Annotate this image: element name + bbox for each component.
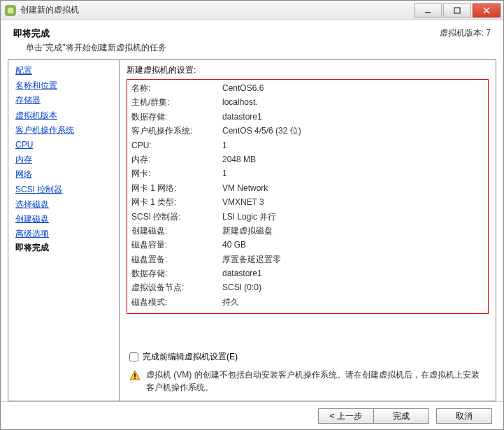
row-cpu: CPU:1 [131, 138, 484, 152]
row-guest-os: 客户机操作系统:CentOS 4/5/6 (32 位) [131, 124, 484, 138]
content-panel: 新建虚拟机的设置: 名称:CentOS6.6 主机/群集:localhost. … [120, 59, 496, 401]
sidebar-item-create-disk[interactable]: 创建磁盘 [15, 213, 112, 226]
label: SCSI 控制器: [131, 210, 222, 224]
svg-rect-7 [134, 373, 136, 377]
back-button[interactable]: < 上一步 [318, 408, 374, 424]
label: 内存: [131, 152, 222, 166]
label: 网卡 1 网络: [131, 181, 222, 195]
spacer [127, 318, 489, 343]
svg-rect-8 [134, 378, 136, 379]
value: LSI Logic 并行 [222, 210, 484, 224]
label: 数据存储: [131, 110, 222, 124]
row-name: 名称:CentOS6.6 [131, 81, 484, 95]
value: 40 GB [222, 238, 484, 252]
sidebar-item-memory[interactable]: 内存 [15, 153, 112, 166]
row-nic1-net: 网卡 1 网络:VM Network [131, 181, 484, 195]
sidebar-item-storage[interactable]: 存储器 [15, 94, 112, 107]
sidebar-item-ready: 即将完成 [15, 242, 112, 254]
finish-button[interactable]: 完成 [373, 408, 429, 424]
row-scsi: SCSI 控制器:LSI Logic 并行 [131, 210, 484, 224]
sidebar-item-name-location[interactable]: 名称和位置 [15, 79, 112, 92]
edit-before-finish-row: 完成前编辑虚拟机设置(E) [129, 351, 489, 363]
value: 2048 MB [222, 152, 484, 166]
value: SCSI (0:0) [222, 280, 484, 294]
row-vdev-node: 虚拟设备节点:SCSI (0:0) [131, 280, 484, 294]
window-title: 创建新的虚拟机 [20, 4, 414, 16]
value: VMXNET 3 [222, 195, 484, 209]
sidebar-item-scsi[interactable]: SCSI 控制器 [15, 183, 112, 196]
minimize-button[interactable] [414, 3, 442, 17]
maximize-button[interactable] [443, 3, 471, 17]
edit-before-finish-label: 完成前编辑虚拟机设置(E) [143, 351, 238, 363]
row-nic1-type: 网卡 1 类型:VMXNET 3 [131, 195, 484, 209]
titlebar: 创建新的虚拟机 [1, 1, 503, 20]
row-nic-count: 网卡:1 [131, 166, 484, 180]
sidebar-item-network[interactable]: 网络 [15, 168, 112, 181]
warning-note: 虚拟机 (VM) 的创建不包括自动安装客户机操作系统。请在创建虚拟机后，在虚拟机… [127, 368, 489, 396]
label: 磁盘模式: [131, 295, 222, 309]
row-datastore: 数据存储:datastore1 [131, 110, 484, 124]
row-memory: 内存:2048 MB [131, 152, 484, 166]
sidebar-item-vm-version[interactable]: 虚拟机版本 [15, 109, 112, 122]
value: datastore1 [222, 110, 484, 124]
value: CentOS6.6 [222, 81, 484, 95]
warning-icon [129, 370, 141, 381]
warning-text: 虚拟机 (VM) 的创建不包括自动安装客户机操作系统。请在创建虚拟机后，在虚拟机… [146, 368, 486, 394]
label: 名称: [131, 81, 222, 95]
svg-rect-3 [454, 8, 460, 13]
label: 客户机操作系统: [131, 124, 222, 138]
sidebar-item-guest-os[interactable]: 客户机操作系统 [15, 124, 112, 137]
main-body: 配置 名称和位置 存储器 虚拟机版本 客户机操作系统 CPU 内存 网络 SCS… [1, 59, 503, 401]
row-disk-datastore: 数据存储:datastore1 [131, 266, 484, 280]
footer: < 上一步 完成 取消 [1, 401, 503, 429]
label: CPU: [131, 138, 222, 152]
value: VM Network [222, 181, 484, 195]
footer-group: < 上一步 完成 [318, 408, 429, 424]
label: 磁盘置备: [131, 252, 222, 266]
page-subtitle: 单击"完成"将开始创建新虚拟机的任务 [13, 42, 440, 54]
row-host: 主机/群集:localhost. [131, 95, 484, 109]
value: 1 [222, 166, 484, 180]
row-create-disk: 创建磁盘:新建虚拟磁盘 [131, 224, 484, 238]
label: 创建磁盘: [131, 224, 222, 238]
wizard-sidebar: 配置 名称和位置 存储器 虚拟机版本 客户机操作系统 CPU 内存 网络 SCS… [8, 59, 120, 401]
vm-version-label: 虚拟机版本: 7 [440, 27, 491, 54]
cancel-button[interactable]: 取消 [436, 408, 492, 424]
dialog-window: 创建新的虚拟机 即将完成 单击"完成"将开始创建新虚拟机的任务 虚拟机版本: 7… [0, 0, 504, 430]
value: 1 [222, 138, 484, 152]
sidebar-item-config[interactable]: 配置 [15, 64, 112, 78]
label: 网卡 1 类型: [131, 195, 222, 209]
value: 新建虚拟磁盘 [222, 224, 484, 238]
sidebar-item-cpu[interactable]: CPU [15, 138, 112, 152]
svg-rect-1 [8, 8, 13, 13]
page-title: 即将完成 [13, 27, 440, 40]
summary-box: 名称:CentOS6.6 主机/群集:localhost. 数据存储:datas… [127, 79, 489, 314]
header-panel: 即将完成 单击"完成"将开始创建新虚拟机的任务 虚拟机版本: 7 [1, 20, 503, 59]
value: 持久 [222, 295, 484, 309]
edit-before-finish-checkbox[interactable] [129, 352, 138, 361]
value: datastore1 [222, 266, 484, 280]
section-title: 新建虚拟机的设置: [127, 64, 489, 76]
app-icon [5, 5, 16, 16]
label: 磁盘容量: [131, 238, 222, 252]
label: 虚拟设备节点: [131, 280, 222, 294]
header-left: 即将完成 单击"完成"将开始创建新虚拟机的任务 [13, 27, 440, 54]
label: 数据存储: [131, 266, 222, 280]
label: 主机/群集: [131, 95, 222, 109]
row-disk-mode: 磁盘模式:持久 [131, 295, 484, 309]
close-button[interactable] [473, 3, 501, 17]
value: 厚置备延迟置零 [222, 252, 484, 266]
sidebar-item-select-disk[interactable]: 选择磁盘 [15, 198, 112, 211]
label: 网卡: [131, 166, 222, 180]
value: CentOS 4/5/6 (32 位) [222, 124, 484, 138]
value: localhost. [222, 95, 484, 109]
window-controls [414, 3, 501, 17]
row-disk-provision: 磁盘置备:厚置备延迟置零 [131, 252, 484, 266]
summary-table: 名称:CentOS6.6 主机/群集:localhost. 数据存储:datas… [131, 81, 484, 309]
sidebar-item-advanced[interactable]: 高级选项 [15, 227, 112, 241]
row-disk-size: 磁盘容量:40 GB [131, 238, 484, 252]
